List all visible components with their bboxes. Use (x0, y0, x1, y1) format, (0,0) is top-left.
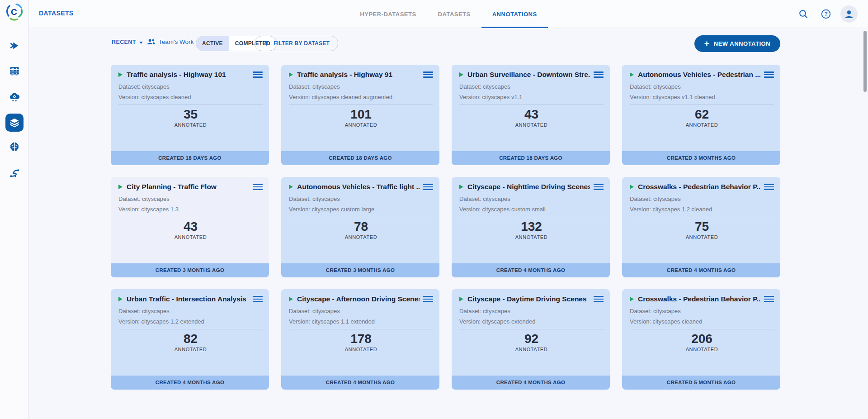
annotation-card[interactable]: Cityscape - Nighttime Driving Scenes Dat… (452, 177, 610, 277)
card-menu-icon[interactable] (764, 295, 774, 304)
card-version: Version: cityscapes custom small (459, 206, 604, 213)
card-created-footer: CREATED 4 MONTHS AGO (281, 376, 439, 390)
card-version: Version: cityscapes custom large (289, 206, 433, 213)
funnel-icon (263, 40, 269, 47)
play-icon[interactable] (459, 297, 463, 301)
card-annotated-label: ANNOTATED (289, 122, 433, 128)
filter-by-dataset-button[interactable]: FILTER BY DATASET (255, 36, 338, 51)
card-divider (118, 329, 263, 329)
card-annotated-label: ANNOTATED (630, 122, 774, 128)
annotation-card[interactable]: Crosswalks - Pedestrian Behavior P... Da… (622, 177, 780, 277)
tab-annotations[interactable]: ANNOTATIONS (481, 0, 548, 28)
card-version: Version: cityscapes 1.3 (118, 206, 263, 213)
card-menu-icon[interactable] (594, 295, 604, 304)
annotation-card[interactable]: Traffic analysis - Highway 91 Dataset: c… (281, 65, 439, 165)
card-menu-icon[interactable] (253, 183, 263, 191)
scrollbar-thumb[interactable] (863, 31, 867, 92)
card-title: Cityscape - Daytime Driving Scenes (467, 295, 590, 303)
app-logo[interactable]: C (5, 2, 24, 21)
play-icon[interactable] (289, 297, 293, 301)
card-menu-icon[interactable] (423, 71, 433, 79)
scope-dropdown-label: Team's Work (159, 38, 193, 45)
new-annotation-button[interactable]: + NEW ANNOTATION (694, 35, 780, 52)
sidebar-item-start[interactable] (5, 37, 24, 55)
card-title: Crosswalks - Pedestrian Behavior P... (638, 295, 760, 303)
card-menu-icon[interactable] (253, 71, 263, 79)
card-title-row: Cityscape - Nighttime Driving Scenes (459, 181, 604, 192)
tab-datasets[interactable]: DATASETS (427, 0, 481, 28)
play-icon[interactable] (289, 185, 293, 189)
filter-button-label: FILTER BY DATASET (274, 40, 330, 47)
card-menu-icon[interactable] (423, 183, 433, 191)
play-icon[interactable] (118, 72, 123, 77)
sidebar-item-pipelines[interactable] (5, 164, 24, 182)
card-menu-icon[interactable] (253, 295, 263, 304)
card-annotated-label: ANNOTATED (289, 234, 433, 240)
search-button[interactable] (795, 6, 811, 22)
card-dataset: Dataset: cityscapes (118, 195, 263, 203)
annotation-card[interactable]: Urban Surveillance - Downtown Stre... Da… (452, 65, 610, 165)
scope-dropdown[interactable]: Team's Work (147, 38, 200, 45)
card-created-footer: CREATED 4 MONTHS AGO (452, 263, 610, 277)
card-dataset: Dataset: cityscapes (459, 308, 604, 315)
play-icon[interactable] (459, 185, 463, 189)
play-icon[interactable] (630, 297, 634, 301)
play-icon[interactable] (118, 297, 123, 301)
card-divider (289, 329, 433, 329)
annotation-card[interactable]: Crosswalks - Pedestrian Behavior P... Da… (622, 289, 780, 390)
help-icon: ? (821, 9, 831, 19)
card-divider (459, 217, 604, 217)
play-icon[interactable] (118, 185, 123, 189)
sidebar-item-dataset-browser[interactable] (5, 62, 24, 80)
sort-dropdown[interactable]: RECENT (112, 39, 143, 45)
card-divider (630, 105, 774, 105)
card-menu-icon[interactable] (594, 71, 604, 79)
card-menu-icon[interactable] (764, 71, 774, 79)
play-icon[interactable] (630, 72, 634, 77)
card-annotated-label: ANNOTATED (459, 122, 604, 128)
card-title: Crosswalks - Pedestrian Behavior P... (638, 183, 760, 191)
card-annotated-count: 101 (289, 108, 433, 121)
user-avatar[interactable] (840, 5, 858, 23)
annotation-card[interactable]: Cityscape - Daytime Driving Scenes Datas… (452, 289, 610, 390)
card-dataset: Dataset: cityscapes (118, 308, 263, 315)
annotation-card[interactable]: Urban Traffic - Intersection Analysis Da… (111, 289, 269, 390)
help-button[interactable]: ? (818, 6, 834, 22)
annotation-card[interactable]: Traffic analysis - Highway 101 Dataset: … (111, 65, 269, 165)
card-annotated-count: 178 (289, 332, 433, 346)
card-menu-icon[interactable] (764, 183, 774, 191)
card-created-footer: CREATED 3 MONTHS AGO (622, 151, 780, 165)
play-icon[interactable] (630, 185, 634, 189)
play-icon[interactable] (459, 72, 463, 77)
card-divider (459, 105, 604, 105)
new-annotation-label: NEW ANNOTATION (714, 40, 770, 47)
card-version: Version: cityscapes 1.2 extended (118, 318, 263, 325)
top-header: DATASETS HYPER-DATASETS DATASETS ANNOTAT… (29, 0, 868, 28)
card-divider (289, 105, 433, 105)
card-divider (630, 329, 774, 329)
card-menu-icon[interactable] (423, 295, 433, 304)
layers-icon (9, 117, 20, 129)
card-title: Cityscape - Afternoon Driving Scenes (297, 295, 420, 303)
play-icon[interactable] (289, 72, 293, 77)
sidebar-item-models[interactable] (5, 138, 24, 156)
card-annotated-count: 62 (630, 108, 774, 121)
card-annotated-count: 206 (630, 332, 774, 346)
sidebar-item-cloud-compute[interactable] (5, 88, 24, 106)
card-annotated-count: 78 (289, 220, 433, 233)
card-title-row: Autonomous Vehicles - Traffic light ... (289, 181, 433, 192)
toggle-active[interactable]: ACTIVE (196, 36, 229, 51)
annotation-card[interactable]: Cityscape - Afternoon Driving Scenes Dat… (281, 289, 439, 390)
card-dataset: Dataset: cityscapes (289, 83, 433, 90)
cloud-gear-icon (9, 91, 20, 103)
card-divider (118, 105, 263, 105)
sidebar-item-annotations[interactable] (5, 114, 24, 132)
card-annotated-count: 43 (459, 108, 604, 121)
annotation-card[interactable]: Autonomous Vehicles - Traffic light ... … (281, 177, 439, 277)
annotation-card[interactable]: City Planning - Traffic Flow Dataset: ci… (111, 177, 269, 277)
annotation-card[interactable]: Autonomous Vehicles - Pedestrian ... Dat… (622, 65, 780, 165)
tab-hyper-datasets[interactable]: HYPER-DATASETS (349, 0, 427, 28)
card-dataset: Dataset: cityscapes (630, 83, 774, 90)
card-title-row: Crosswalks - Pedestrian Behavior P... (630, 181, 774, 192)
card-menu-icon[interactable] (594, 183, 604, 191)
